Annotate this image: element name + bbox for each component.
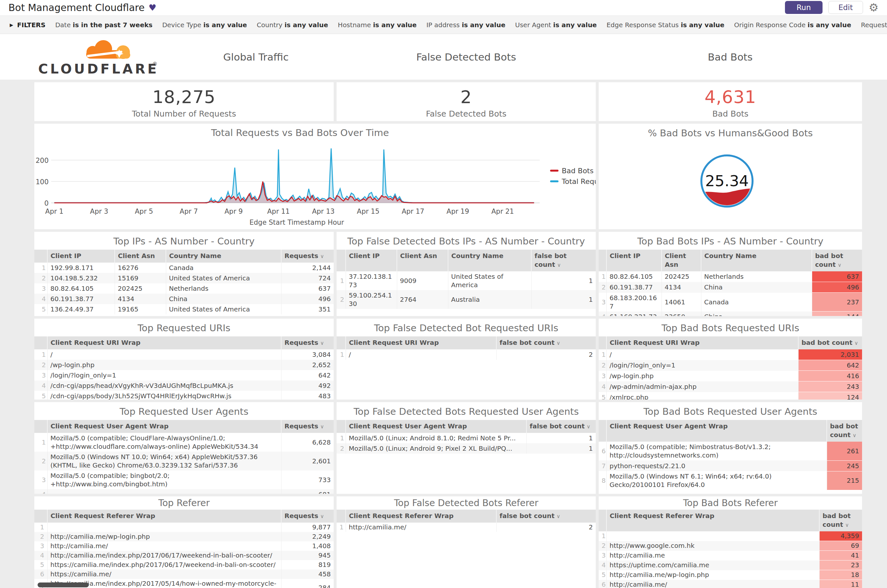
column-header[interactable]: Client Request Referer Wrap [47, 510, 281, 523]
column-header[interactable]: false bot count∨ [526, 420, 596, 433]
filter-item[interactable]: Request URI is any value [861, 21, 887, 29]
table-cell: 483 [281, 391, 334, 399]
column-header[interactable]: Client Request URI Wrap [346, 336, 496, 350]
panel-title: Top Bad Bots Referer [599, 496, 862, 510]
table-row: 8Mozilla/5.0 (Windows NT 6.1; Win64; x64… [599, 471, 862, 490]
table-cell: /wp-login.php [47, 360, 281, 370]
column-header[interactable]: Client Request URI Wrap [47, 336, 281, 350]
sort-caret-icon: ∨ [556, 513, 561, 519]
topbar-actions: Run Edit ⚙ [785, 1, 879, 14]
row-number-header [337, 420, 346, 433]
column-header[interactable]: Client Asn [397, 250, 448, 272]
table-row: 4/wp-admin/admin-ajax.php243 [599, 381, 862, 392]
top-bar: Bot Management Cloudflare ♥ Run Edit ⚙ [0, 0, 887, 16]
column-header[interactable]: bad bot count∨ [798, 336, 862, 350]
table-row: 19,877 [35, 523, 334, 532]
edit-button[interactable]: Edit [828, 1, 863, 14]
panel-top-false-bot-user-agents: Top False Detected Bots Requested User A… [337, 402, 596, 494]
panel-title: Top False Detected Bots Referer [337, 496, 596, 510]
table-cell: 4134 [661, 282, 701, 293]
column-header[interactable]: Country Name [448, 250, 531, 272]
filter-item[interactable]: User Agent is any value [515, 21, 597, 29]
table-row: 460.191.38.774134China496 [35, 294, 334, 304]
column-header[interactable]: Client Request User Agent Wrap [346, 420, 526, 433]
data-table: Client Request URI Wrapfalse bot count∨1… [337, 336, 596, 360]
column-header[interactable]: Requests∨ [281, 250, 334, 262]
column-header[interactable]: Client Request Referer Wrap [346, 510, 496, 523]
row-number: 3 [35, 471, 47, 489]
row-number: 4 [599, 381, 606, 392]
table-cell: http://camilia.me/ [346, 523, 496, 532]
column-header[interactable]: Client Asn [115, 250, 166, 262]
column-header[interactable]: Country Name [166, 250, 281, 262]
table-cell: 59.100.254.130 [346, 290, 397, 309]
row-number-header [599, 250, 606, 272]
filters-bar: ▶ FILTERS Date is in the past 7 weeksDev… [0, 16, 887, 34]
panel-title: Top False Detected Bots IPs - AS Number … [337, 232, 596, 250]
row-number: 3 [35, 284, 47, 294]
section-title-bad-bots: Bad Bots [708, 51, 753, 63]
table-cell: http://www.google.com.hk [606, 541, 819, 551]
column-header[interactable]: Requests∨ [281, 510, 334, 523]
column-header[interactable]: Client Asn [661, 250, 701, 272]
column-header[interactable]: bad bot count∨ [819, 510, 862, 531]
filters-toggle[interactable]: ▶ FILTERS [10, 21, 45, 29]
table-row: 3/login/?login_only=1642 [35, 370, 334, 381]
column-header[interactable]: Country Name [701, 250, 812, 272]
filter-item[interactable]: Country is any value [257, 21, 328, 29]
column-header[interactable]: Client Request URI Wrap [606, 336, 798, 350]
column-header[interactable]: Client IP [47, 250, 115, 262]
column-header[interactable]: bad bot count∨ [812, 250, 862, 272]
table-row: 380.82.64.105202425Netherlands637 [35, 284, 334, 294]
table-cell: 642 [798, 360, 862, 371]
column-header[interactable]: false bot count∨ [531, 250, 596, 272]
column-header[interactable]: Client IP [606, 250, 661, 272]
timeseries-chart: Total Requests vs Bad Bots Over Time0100… [35, 124, 596, 229]
column-header[interactable]: bad bot count∨ [827, 420, 862, 442]
run-button[interactable]: Run [785, 1, 822, 14]
row-number: 8 [599, 471, 606, 490]
sort-caret-icon: ∨ [845, 522, 849, 528]
horizontal-scrollbar-thumb[interactable] [38, 582, 89, 587]
sort-caret-icon: ∨ [557, 262, 561, 268]
table-row: 1192.99.8.17116276Canada2,144 [35, 262, 334, 273]
table-row: 2Mozilla/5.0 (Windows NT 10.0; Win64; x6… [35, 452, 334, 471]
table-cell: 14061 [661, 293, 701, 312]
table-cell [47, 489, 281, 494]
column-header[interactable]: false bot count∨ [496, 336, 596, 350]
filter-item[interactable]: Hostname is any value [338, 21, 416, 29]
table-row: 1http://camilia.me/2 [337, 523, 596, 532]
filter-item[interactable]: Date is in the past 7 weeks [55, 21, 152, 29]
column-header[interactable]: Client Request User Agent Wrap [606, 420, 827, 442]
table-row: 2http://www.google.com.hk69 [599, 541, 862, 551]
column-header[interactable]: Requests∨ [281, 420, 334, 433]
column-header[interactable]: Requests∨ [281, 336, 334, 350]
kpi-label: Bad Bots [599, 109, 862, 118]
table-cell: 637 [812, 272, 862, 282]
table-cell: 284 [281, 579, 334, 588]
table-cell: 16276 [115, 262, 166, 273]
table-cell: http://camilia.me/wp-login.php [606, 570, 819, 580]
filters-label: FILTERS [17, 21, 46, 29]
column-header[interactable]: Client Request User Agent Wrap [47, 420, 281, 433]
kpi-bad-bots: 4,631 Bad Bots [599, 82, 862, 121]
table-cell: 2,601 [281, 452, 334, 471]
table-cell: Canada [701, 293, 812, 312]
panel-title: Top Bad Bots Requested User Agents [599, 402, 862, 420]
filter-item[interactable]: Device Type is any value [162, 21, 247, 29]
table-cell: 2 [496, 350, 596, 360]
column-header[interactable]: false bot count∨ [496, 510, 596, 523]
table-cell: China [701, 312, 812, 316]
table-row: 3http://camilia.me41 [599, 551, 862, 561]
column-header[interactable]: Client IP [346, 250, 397, 272]
column-header[interactable]: Client Request Referer Wrap [606, 510, 819, 531]
table-cell: 458 [281, 570, 334, 579]
x-axis-tick: Apr 9 [224, 207, 243, 215]
gear-icon[interactable]: ⚙ [869, 2, 879, 13]
data-table: Client IPClient AsnCountry Namefalse bot… [337, 250, 596, 309]
panel-top-bad-bot-user-agents: Top Bad Bots Requested User AgentsClient… [599, 402, 862, 494]
kpi-value: 4,631 [599, 87, 862, 107]
filter-item[interactable]: Edge Response Status is any value [606, 21, 725, 29]
filter-item[interactable]: Origin Response Code is any value [734, 21, 851, 29]
filter-item[interactable]: IP address is any value [426, 21, 505, 29]
